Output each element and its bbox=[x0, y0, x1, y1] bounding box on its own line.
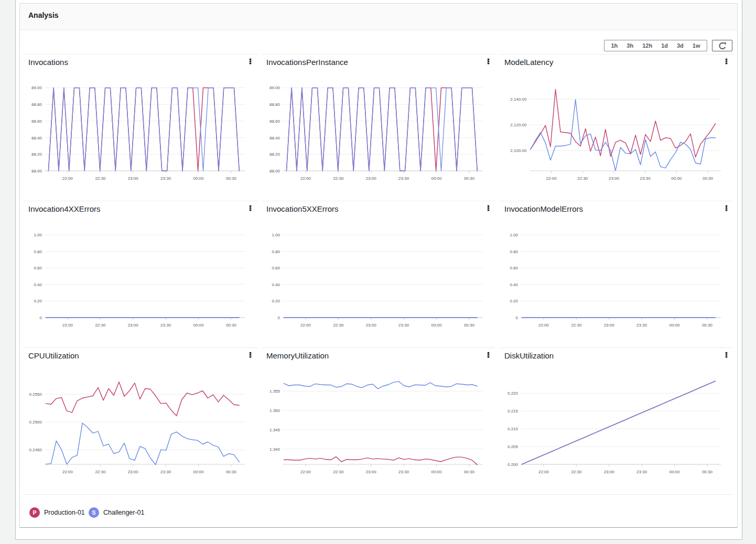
svg-text:23:00: 23:00 bbox=[366, 176, 377, 181]
svg-text:1.00: 1.00 bbox=[510, 233, 518, 237]
svg-text:0.80: 0.80 bbox=[34, 249, 42, 254]
svg-text:23:00: 23:00 bbox=[128, 470, 139, 474]
svg-text:88.60: 88.60 bbox=[269, 119, 280, 124]
svg-text:00:00: 00:00 bbox=[431, 470, 442, 474]
svg-text:2,140.00: 2,140.00 bbox=[510, 97, 527, 102]
svg-text:88.20: 88.20 bbox=[31, 152, 42, 157]
svg-text:88.80: 88.80 bbox=[31, 102, 42, 107]
svg-text:89.00: 89.00 bbox=[269, 85, 280, 90]
svg-text:Invocation5XXErrors: Invocation5XXErrors bbox=[266, 204, 339, 213]
svg-text:CPUUtilization: CPUUtilization bbox=[28, 351, 79, 360]
svg-text:ModelLatency: ModelLatency bbox=[504, 58, 554, 67]
svg-text:0.40: 0.40 bbox=[272, 282, 280, 287]
svg-text:23:00: 23:00 bbox=[128, 323, 139, 328]
svg-text:InvocationsPerInstance: InvocationsPerInstance bbox=[266, 58, 348, 67]
svg-text:0.40: 0.40 bbox=[510, 282, 518, 287]
svg-text:0.220: 0.220 bbox=[507, 391, 519, 396]
svg-text:0.60: 0.60 bbox=[272, 266, 280, 270]
svg-text:23:00: 23:00 bbox=[604, 323, 615, 328]
svg-text:23:30: 23:30 bbox=[398, 323, 409, 328]
svg-text:89.00: 89.00 bbox=[31, 85, 42, 90]
svg-text:0.60: 0.60 bbox=[34, 266, 42, 270]
svg-text:Invocation4XXErrors: Invocation4XXErrors bbox=[28, 204, 101, 213]
svg-text:22:30: 22:30 bbox=[571, 323, 582, 328]
svg-text:23:00: 23:00 bbox=[366, 323, 377, 328]
svg-text:00:00: 00:00 bbox=[671, 176, 682, 181]
svg-text:23:30: 23:30 bbox=[640, 176, 651, 181]
svg-text:22:30: 22:30 bbox=[571, 470, 582, 474]
svg-text:0.20: 0.20 bbox=[510, 299, 518, 303]
svg-text:InvocationModelErrors: InvocationModelErrors bbox=[504, 204, 583, 213]
svg-text:2,100.00: 2,100.00 bbox=[510, 148, 527, 153]
svg-text:Invocations: Invocations bbox=[28, 58, 68, 67]
svg-text:00:00: 00:00 bbox=[193, 323, 204, 328]
svg-text:0.200: 0.200 bbox=[507, 462, 519, 467]
svg-text:00:00: 00:00 bbox=[431, 176, 442, 181]
svg-text:0.40: 0.40 bbox=[34, 282, 42, 287]
svg-text:0.80: 0.80 bbox=[510, 249, 518, 254]
svg-text:1.350: 1.350 bbox=[269, 408, 280, 413]
svg-text:0: 0 bbox=[516, 315, 519, 320]
svg-text:23:30: 23:30 bbox=[160, 176, 171, 181]
svg-text:00:30: 00:30 bbox=[702, 323, 713, 328]
svg-text:22:30: 22:30 bbox=[577, 176, 588, 181]
svg-text:0.2550: 0.2550 bbox=[29, 392, 42, 397]
svg-text:00:30: 00:30 bbox=[226, 176, 237, 181]
svg-text:00:00: 00:00 bbox=[193, 470, 204, 474]
svg-text:22:00: 22:00 bbox=[546, 176, 557, 181]
svg-text:1.00: 1.00 bbox=[272, 233, 280, 237]
svg-text:0.205: 0.205 bbox=[507, 444, 519, 449]
svg-text:1.355: 1.355 bbox=[269, 389, 280, 394]
svg-text:MemoryUtilization: MemoryUtilization bbox=[266, 351, 329, 360]
svg-text:00:30: 00:30 bbox=[226, 323, 237, 328]
svg-text:23:30: 23:30 bbox=[398, 176, 409, 181]
svg-text:22:00: 22:00 bbox=[300, 323, 311, 328]
svg-text:00:30: 00:30 bbox=[464, 323, 475, 328]
svg-text:23:00: 23:00 bbox=[609, 176, 620, 181]
svg-text:0.20: 0.20 bbox=[272, 299, 280, 303]
svg-text:23:30: 23:30 bbox=[636, 323, 647, 328]
svg-text:23:00: 23:00 bbox=[128, 176, 139, 181]
svg-text:22:00: 22:00 bbox=[62, 323, 73, 328]
svg-text:22:30: 22:30 bbox=[95, 323, 106, 328]
svg-text:23:30: 23:30 bbox=[160, 470, 171, 474]
svg-text:23:00: 23:00 bbox=[366, 470, 377, 474]
svg-text:1.345: 1.345 bbox=[269, 428, 280, 432]
svg-text:00:30: 00:30 bbox=[226, 470, 237, 474]
svg-text:88.20: 88.20 bbox=[269, 152, 280, 157]
svg-text:0.20: 0.20 bbox=[34, 299, 42, 303]
svg-text:88.40: 88.40 bbox=[269, 136, 280, 140]
svg-text:22:00: 22:00 bbox=[62, 176, 73, 181]
svg-text:88.80: 88.80 bbox=[269, 102, 280, 107]
svg-text:88.00: 88.00 bbox=[31, 169, 42, 173]
svg-text:22:30: 22:30 bbox=[333, 176, 344, 181]
svg-text:23:30: 23:30 bbox=[160, 323, 171, 328]
svg-text:00:00: 00:00 bbox=[193, 176, 204, 181]
svg-text:22:00: 22:00 bbox=[62, 470, 73, 474]
svg-text:23:00: 23:00 bbox=[604, 470, 615, 474]
svg-text:22:30: 22:30 bbox=[95, 470, 106, 474]
svg-text:00:00: 00:00 bbox=[431, 323, 442, 328]
svg-text:22:30: 22:30 bbox=[95, 176, 106, 181]
svg-text:0: 0 bbox=[40, 315, 42, 320]
svg-text:22:30: 22:30 bbox=[333, 470, 344, 474]
svg-text:00:30: 00:30 bbox=[702, 470, 713, 474]
svg-text:00:30: 00:30 bbox=[703, 176, 714, 181]
svg-text:0.2500: 0.2500 bbox=[29, 420, 42, 425]
svg-text:00:30: 00:30 bbox=[464, 176, 475, 181]
svg-text:2,120.00: 2,120.00 bbox=[510, 123, 527, 127]
svg-text:22:00: 22:00 bbox=[538, 323, 549, 328]
svg-text:0.215: 0.215 bbox=[507, 409, 519, 414]
svg-text:00:00: 00:00 bbox=[669, 323, 680, 328]
svg-text:0: 0 bbox=[278, 315, 280, 320]
svg-text:DiskUtilization: DiskUtilization bbox=[504, 351, 554, 360]
svg-text:22:00: 22:00 bbox=[300, 470, 311, 474]
svg-text:0.2450: 0.2450 bbox=[29, 448, 42, 452]
svg-text:0.210: 0.210 bbox=[507, 427, 519, 431]
svg-text:23:30: 23:30 bbox=[398, 470, 409, 474]
svg-text:00:30: 00:30 bbox=[464, 470, 475, 474]
svg-text:0.60: 0.60 bbox=[510, 266, 518, 270]
svg-text:88.40: 88.40 bbox=[31, 136, 42, 140]
svg-text:1.340: 1.340 bbox=[269, 447, 280, 452]
svg-text:22:00: 22:00 bbox=[300, 176, 311, 181]
